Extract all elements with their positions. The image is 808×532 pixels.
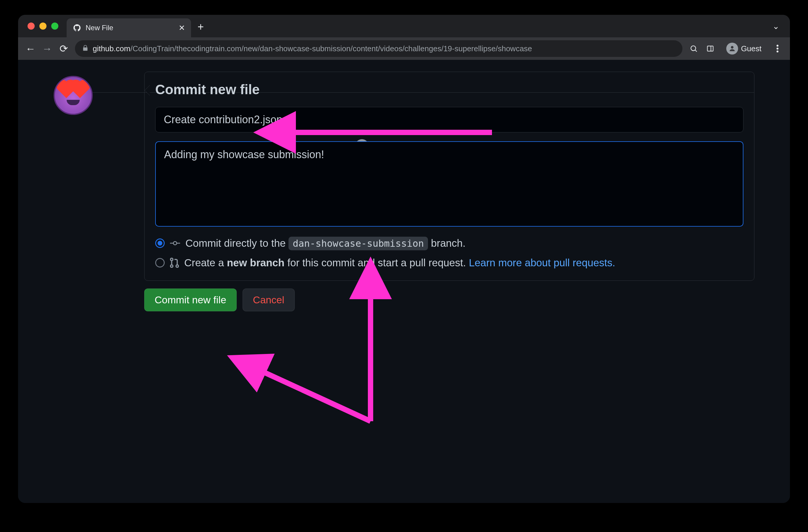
url-text: github.com/CodingTrain/thecodingtrain.co… [93, 44, 532, 53]
cancel-button[interactable]: Cancel [243, 289, 295, 311]
svg-point-11 [171, 258, 173, 261]
avatar-icon [726, 43, 738, 55]
svg-point-8 [173, 241, 177, 245]
commit-direct-label: Commit directly to the dan-showcase-subm… [185, 237, 465, 249]
branch-name-tag: dan-showcase-submission [289, 237, 428, 250]
form-actions: Commit new file Cancel [144, 289, 754, 311]
page-content: Commit new file Commit directly to the d… [18, 60, 790, 503]
reload-button[interactable]: ⟳ [58, 43, 69, 55]
tab-bar: New File ✕ + ⌄ [18, 15, 790, 37]
svg-line-1 [695, 50, 697, 52]
radio-commit-direct[interactable] [155, 238, 165, 248]
tab-close-icon[interactable]: ✕ [179, 23, 185, 33]
commit-form: Commit new file Commit directly to the d… [144, 72, 754, 281]
svg-rect-2 [707, 46, 713, 51]
profile-button[interactable]: Guest [721, 41, 766, 56]
kebab-menu-icon[interactable] [772, 43, 783, 54]
window-maximize-button[interactable] [51, 22, 58, 30]
heart-eye-icon [72, 81, 89, 98]
forward-button[interactable]: → [42, 43, 52, 55]
commit-heading: Commit new file [155, 81, 743, 97]
svg-point-5 [777, 45, 779, 47]
side-panel-icon[interactable] [705, 43, 716, 54]
commit-new-branch-option[interactable]: Create a new branch for this commit and … [155, 257, 743, 269]
url-input[interactable]: github.com/CodingTrain/thecodingtrain.co… [75, 40, 682, 57]
browser-window: New File ✕ + ⌄ ← → ⟳ github.com/CodingTr… [18, 15, 790, 503]
radio-new-branch[interactable] [155, 258, 165, 268]
window-controls [27, 22, 58, 30]
lock-icon [82, 44, 89, 53]
profile-label: Guest [741, 44, 761, 53]
commit-summary-input[interactable] [155, 107, 743, 132]
tabs-overflow-icon[interactable]: ⌄ [772, 21, 779, 31]
commit-button[interactable]: Commit new file [144, 289, 237, 311]
address-bar: ← → ⟳ github.com/CodingTrain/thecodingtr… [18, 37, 790, 60]
svg-point-4 [731, 46, 733, 49]
window-minimize-button[interactable] [39, 22, 47, 30]
commit-new-branch-label: Create a new branch for this commit and … [184, 257, 615, 269]
commit-direct-option[interactable]: Commit directly to the dan-showcase-subm… [155, 237, 743, 249]
learn-more-link[interactable]: Learn more about pull requests. [469, 257, 615, 268]
svg-point-13 [176, 265, 178, 267]
tab-title: New File [86, 24, 175, 32]
svg-point-12 [171, 265, 173, 267]
browser-tab[interactable]: New File ✕ [67, 18, 191, 37]
avatar-mouth [67, 100, 80, 105]
git-pull-request-icon [170, 258, 179, 268]
new-tab-button[interactable]: + [198, 21, 204, 33]
user-avatar[interactable] [54, 76, 93, 115]
back-button[interactable]: ← [25, 43, 36, 55]
window-close-button[interactable] [27, 22, 35, 30]
svg-point-0 [691, 46, 695, 51]
svg-point-6 [777, 48, 779, 50]
github-favicon-icon [73, 23, 81, 32]
svg-line-17 [261, 371, 370, 421]
search-icon[interactable] [688, 43, 699, 54]
svg-point-7 [777, 51, 779, 53]
git-commit-icon [170, 240, 180, 246]
commit-description-input[interactable] [155, 141, 743, 226]
